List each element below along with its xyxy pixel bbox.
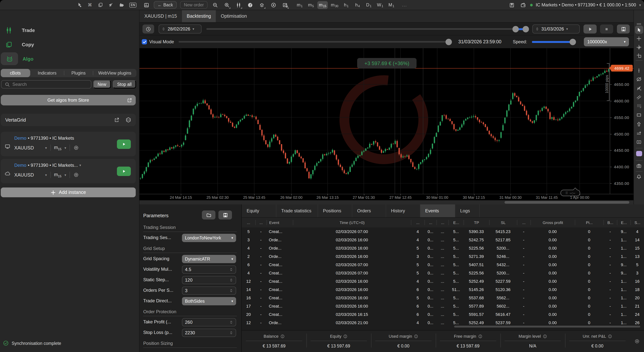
- plugins-menu-button[interactable]: [119, 2, 124, 8]
- cbot-header[interactable]: VertaGrid C#: [1, 114, 136, 126]
- tab-indicators[interactable]: Indicators: [30, 69, 64, 77]
- column-header[interactable]: E...: [617, 220, 630, 225]
- speed-slider-fill[interactable]: [532, 41, 574, 43]
- range-start-handle[interactable]: [512, 26, 519, 32]
- sidebar-item-trade[interactable]: Trade: [0, 24, 35, 37]
- tab-equity[interactable]: Equity: [242, 205, 276, 217]
- start-date-input[interactable]: 28/02/2026 ▾: [159, 25, 202, 34]
- instance-card[interactable]: Demo • 9771390 • IC MarketsXAUUSD▾m15▾: [1, 132, 136, 156]
- deposit-icon[interactable]: [508, 1, 516, 9]
- timeframe-m1[interactable]: m1: [295, 1, 304, 9]
- param-input[interactable]: 260: [182, 318, 236, 326]
- tab-xauusd-m15[interactable]: XAUUSD | m15: [140, 10, 182, 22]
- chevron-down-icon[interactable]: ▾: [45, 173, 47, 177]
- chart-type-icon[interactable]: [234, 1, 242, 9]
- timeframe-h4[interactable]: h4: [353, 1, 362, 9]
- column-header[interactable]: B...: [604, 220, 617, 225]
- table-row[interactable]: 3-Orde...02/03/2026 16:0040......5...524…: [242, 236, 644, 244]
- time-axis[interactable]: 24 Mar 14:1525 Mar 02:3025 Mar 13:4526 M…: [140, 194, 634, 200]
- chart-settings-icon[interactable]: [281, 1, 289, 9]
- instance-account[interactable]: Demo • 9771390 • IC Markets: [14, 135, 132, 141]
- table-row[interactable]: 4-Creat...02/03/2026 07:0050......5...52…: [242, 269, 644, 277]
- column-header[interactable]: ...: [255, 220, 266, 225]
- table-row[interactable]: 6-Creat...02/03/2026 07:0050......5...54…: [242, 261, 644, 269]
- tab-webview-plugins[interactable]: WebView plugins: [93, 69, 136, 77]
- account-chevron-icon[interactable]: ▾: [639, 3, 641, 7]
- info-icon[interactable]: [543, 334, 547, 338]
- backtest-settings-button[interactable]: [142, 25, 154, 34]
- crosshair-fine-icon[interactable]: [635, 43, 643, 51]
- add-instance-button[interactable]: Add instance: [1, 188, 136, 197]
- column-header[interactable]: TP: [464, 220, 489, 225]
- playback-progress-handle[interactable]: [446, 39, 452, 45]
- tab-logs[interactable]: Logs: [455, 205, 480, 217]
- tab-plugins[interactable]: Plugins: [64, 69, 93, 77]
- column-header[interactable]: Time (UTC+0): [293, 220, 411, 225]
- start-instance-button[interactable]: [117, 166, 131, 176]
- table-row[interactable]: 2-Orde...02/03/2026 16:0030......5...527…: [242, 252, 644, 261]
- arrow-tool-icon[interactable]: [635, 120, 643, 128]
- timeframe-W1[interactable]: W1: [375, 1, 385, 9]
- timeframe-m15[interactable]: m15: [317, 1, 328, 9]
- column-header[interactable]: ...: [517, 220, 530, 225]
- stop-all-button[interactable]: Stop all: [112, 80, 136, 88]
- speed-slider-handle[interactable]: [570, 39, 576, 45]
- playback-progress-track[interactable]: [178, 41, 451, 43]
- play-backtest-button[interactable]: [584, 25, 597, 34]
- table-scrollbar[interactable]: [454, 326, 640, 328]
- column-header[interactable]: SL: [489, 220, 517, 225]
- price-chart[interactable]: +3 597.69 € (+36%) 10000 pips 4699.42 46…: [140, 48, 634, 205]
- search-input[interactable]: Search: [1, 80, 91, 88]
- column-header[interactable]: ...: [411, 220, 424, 225]
- timeframe-M1[interactable]: M1: [386, 1, 396, 9]
- table-row[interactable]: 20-Creat...02/03/2026 16:1560......5...5…: [242, 310, 644, 318]
- gear-icon[interactable]: [73, 172, 79, 178]
- tab-orders[interactable]: Orders: [352, 205, 386, 217]
- timeframe-m30[interactable]: m30: [329, 1, 340, 9]
- column-header[interactable]: Event: [266, 220, 293, 225]
- param-select[interactable]: DynamicATR▾: [182, 255, 236, 263]
- panel-layout-icon[interactable]: [142, 1, 150, 9]
- gear-icon[interactable]: [73, 145, 79, 150]
- price-axis[interactable]: 4699.42 4650.004600.004550.004500.004450…: [610, 48, 634, 194]
- crosshair-box-icon[interactable]: [635, 51, 643, 60]
- new-order-button[interactable]: New order: [180, 1, 208, 9]
- range-end-handle[interactable]: [522, 26, 529, 32]
- column-header[interactable]: Gross profit: [530, 220, 575, 225]
- chart-scrollbar[interactable]: [140, 200, 634, 205]
- textbox-tool-icon[interactable]: A: [635, 138, 643, 146]
- chevron-down-icon[interactable]: ▾: [566, 27, 568, 31]
- visual-mode-checkbox[interactable]: [142, 39, 147, 44]
- backtest-range-track[interactable]: [206, 28, 513, 30]
- wallet-icon[interactable]: [519, 1, 527, 9]
- rectangle-tool-icon[interactable]: [635, 111, 643, 119]
- timeframe-D1[interactable]: D1: [364, 1, 374, 9]
- save-backtest-button[interactable]: [617, 25, 630, 34]
- indicators-icon[interactable]: f: [246, 1, 254, 9]
- account-summary[interactable]: IC Markets • Demo • 9771390 • € 1 000.00…: [536, 2, 636, 8]
- equivolume-tool-icon[interactable]: E: [635, 84, 643, 92]
- param-select[interactable]: LondonToNewYork▾: [182, 234, 236, 242]
- column-header[interactable]: ...: [242, 220, 255, 225]
- info-icon[interactable]: [280, 334, 284, 338]
- crosshair-icon[interactable]: [635, 34, 643, 43]
- table-row[interactable]: 12-Creat...02/03/2026 16:0040......5...5…: [242, 277, 644, 285]
- column-header[interactable]: ...: [436, 220, 448, 225]
- info-icon[interactable]: [608, 334, 612, 338]
- timeframe-m5[interactable]: m5: [306, 1, 316, 9]
- channel-tool-icon[interactable]: [635, 93, 643, 101]
- back-button[interactable]: ← Back: [154, 1, 177, 9]
- get-algos-store-button[interactable]: Get algos from Store: [1, 95, 136, 105]
- chevron-down-icon[interactable]: ▾: [79, 163, 81, 167]
- param-select[interactable]: BothSides▾: [182, 297, 236, 305]
- tab-positions[interactable]: Positions: [318, 205, 352, 217]
- tab-optimisation[interactable]: Optimisation: [216, 10, 252, 22]
- table-row[interactable]: 5-Creat...02/03/2026 07:0040......5...53…: [242, 227, 644, 236]
- table-row[interactable]: 14-Creat...02/03/2026 16:0060......51...…: [242, 285, 644, 294]
- tab-trade-statistics[interactable]: Trade statistics: [276, 205, 318, 217]
- gear-icon[interactable]: [634, 338, 640, 344]
- zoom-out-icon[interactable]: [211, 1, 219, 9]
- tab-backtesting[interactable]: Backtesting: [182, 10, 216, 22]
- param-input[interactable]: 3: [182, 286, 236, 295]
- info-icon[interactable]: [344, 334, 348, 338]
